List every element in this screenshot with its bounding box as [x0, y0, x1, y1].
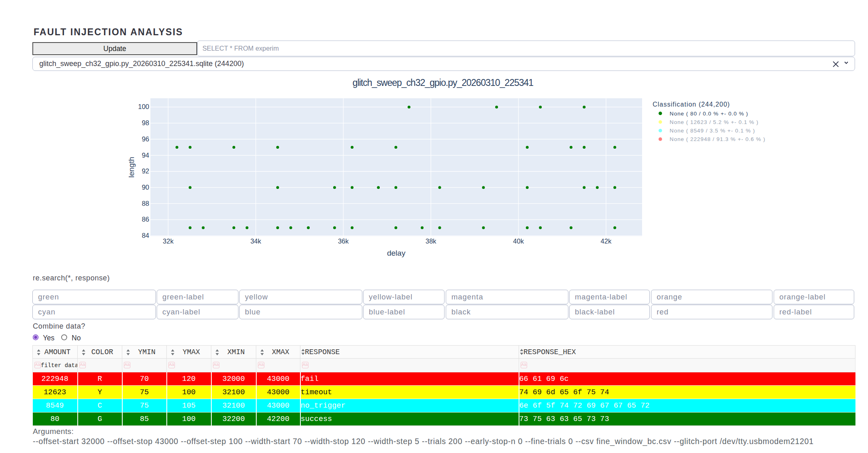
- svg-text:42k: 42k: [601, 237, 612, 245]
- svg-text:98: 98: [142, 119, 149, 126]
- svg-text:40k: 40k: [513, 237, 524, 245]
- svg-text:88: 88: [142, 200, 149, 207]
- svg-text:38k: 38k: [425, 237, 436, 245]
- svg-text:None ( 12623 / 5.2 % +- 0.1 %: None ( 12623 / 5.2 % +- 0.1 % ): [670, 119, 759, 125]
- svg-text:36k: 36k: [338, 237, 349, 245]
- svg-text:92: 92: [142, 167, 149, 175]
- svg-text:100: 100: [138, 103, 149, 110]
- svg-text:Classification (244,200): Classification (244,200): [653, 101, 730, 108]
- svg-text:length: length: [127, 157, 136, 178]
- svg-text:84: 84: [142, 232, 149, 239]
- svg-text:None ( 8549 / 3.5 % +- 0.1 % ): None ( 8549 / 3.5 % +- 0.1 % ): [670, 128, 755, 134]
- svg-text:96: 96: [142, 135, 149, 143]
- svg-text:32k: 32k: [163, 237, 174, 245]
- svg-text:90: 90: [142, 184, 149, 191]
- svg-text:34k: 34k: [250, 237, 261, 245]
- svg-text:94: 94: [142, 152, 149, 159]
- svg-text:glitch_sweep_ch32_gpio.py_2026: glitch_sweep_ch32_gpio.py_20260310_22534…: [353, 77, 533, 88]
- svg-text:delay: delay: [387, 249, 406, 257]
- svg-text:86: 86: [142, 216, 149, 223]
- svg-text:None ( 80 / 0.0 % +- 0.0 % ): None ( 80 / 0.0 % +- 0.0 % ): [670, 111, 748, 117]
- svg-text:None ( 222948 / 91.3 % +- 0.6: None ( 222948 / 91.3 % +- 0.6 % ): [670, 136, 766, 142]
